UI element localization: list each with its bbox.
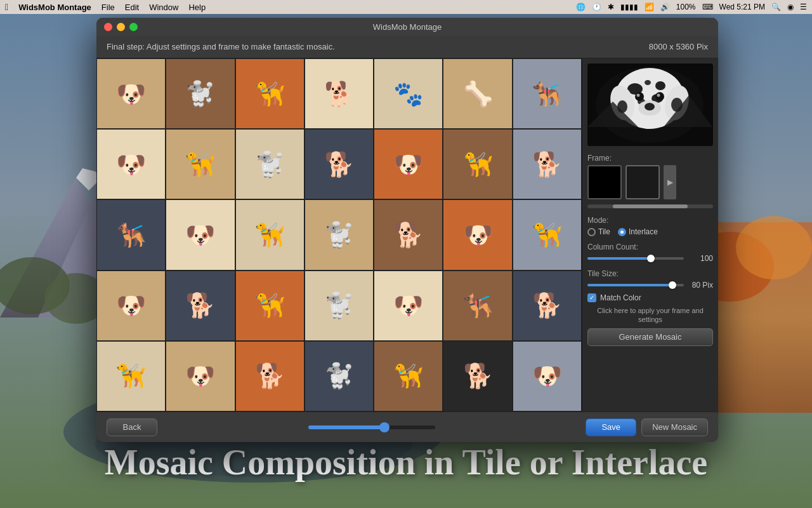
battery-percent: 100% xyxy=(676,3,696,11)
dalmatian-preview-svg xyxy=(587,64,712,146)
frame-scrollbar-track[interactable] xyxy=(587,204,713,208)
mosaic-cell: 🦮 xyxy=(166,129,235,199)
battery-icon: ▮▮▮▮ xyxy=(620,3,638,11)
mode-radio-group: Tile Interlace xyxy=(587,227,713,236)
mosaic-cell: 🐕 xyxy=(513,129,582,199)
close-button[interactable] xyxy=(104,23,112,31)
app-window: WidsMob Montage Final step: Adjust setti… xyxy=(96,18,718,442)
frame-swatches: ▶ xyxy=(587,165,713,199)
progress-track xyxy=(308,425,435,429)
mosaic-cell: 🐕 xyxy=(235,341,304,411)
keyboard-icon: ⌨ xyxy=(702,3,713,11)
progress-indicator xyxy=(379,422,390,432)
frame-swatch-black[interactable] xyxy=(587,165,622,199)
column-count-section: Column Count: 100 xyxy=(587,240,713,263)
column-count-track[interactable] xyxy=(587,257,684,260)
menu-help[interactable]: Help xyxy=(188,3,206,12)
frame-swatch-more[interactable]: ▶ xyxy=(664,165,676,199)
svg-point-27 xyxy=(655,92,664,101)
svg-point-26 xyxy=(635,92,644,101)
preview-image xyxy=(587,64,713,146)
mosaic-cell: 🐕‍🦺 xyxy=(513,58,582,129)
menubar-left:  WidsMob Montage File Edit Window Help xyxy=(5,2,206,12)
tile-size-section: Tile Size: 80 Pix xyxy=(587,267,713,290)
mosaic-cell: 🦴 xyxy=(443,58,512,129)
size-label: 8000 x 5360 Pix xyxy=(649,42,708,51)
svg-point-18 xyxy=(655,81,665,90)
new-mosaic-button[interactable]: New Mosaic xyxy=(641,418,708,436)
column-count-row: 100 xyxy=(587,254,713,263)
desktop-tagline: Mosaic Composition in Tile or Interlace xyxy=(0,442,812,483)
siri-icon[interactable]: ◉ xyxy=(787,3,794,11)
mosaic-cell: 🐩 xyxy=(304,341,374,411)
menubar:  WidsMob Montage File Edit Window Help … xyxy=(0,0,812,14)
mosaic-cell: 🐶 xyxy=(374,271,443,341)
apple-logo[interactable]:  xyxy=(5,2,8,12)
mosaic-grid: 🐶 🐩 🦮 🐕 🐾 🦴 🐕‍🦺 🐶 🦮 🐩 🐕 🐶 🦮 🐕 🐕‍🦺 🐶 🦮 🐩 … xyxy=(96,58,582,411)
svg-point-32 xyxy=(645,103,655,110)
mode-tile-radio[interactable] xyxy=(587,228,596,236)
mosaic-cell: 🐩 xyxy=(304,199,374,270)
tile-size-label: Tile Size: xyxy=(587,269,713,278)
mosaic-cell: 🐩 xyxy=(304,271,374,341)
tile-size-row: 80 Pix xyxy=(587,281,713,290)
mosaic-cell: 🐕 xyxy=(166,271,235,341)
match-color-checkbox[interactable] xyxy=(587,293,596,302)
volume-icon: 🔊 xyxy=(660,3,670,11)
main-content: 🐶 🐩 🦮 🐕 🐾 🦴 🐕‍🦺 🐶 🦮 🐩 🐕 🐶 🦮 🐕 🐕‍🦺 🐶 🦮 🐩 … xyxy=(96,58,718,411)
svg-point-29 xyxy=(657,94,660,97)
mosaic-cell: 🦮 xyxy=(96,341,166,411)
column-count-value: 100 xyxy=(688,254,713,263)
traffic-lights xyxy=(104,23,138,31)
search-icon[interactable]: 🔍 xyxy=(771,3,781,11)
mode-interlace-label: Interlace xyxy=(629,227,658,236)
menu-edit[interactable]: Edit xyxy=(125,3,139,12)
mosaic-cell: 🦮 xyxy=(443,129,512,199)
mosaic-cell: 🦮 xyxy=(235,271,304,341)
mosaic-cell: 🐶 xyxy=(96,129,166,199)
datetime: Wed 5:21 PM xyxy=(719,3,765,11)
maximize-button[interactable] xyxy=(129,23,138,31)
mode-section: Mode: Tile Interlace xyxy=(587,213,713,236)
generate-mosaic-button[interactable]: Generate Mosaic xyxy=(587,328,713,346)
menu-app-name[interactable]: WidsMob Montage xyxy=(18,3,91,12)
menu-file[interactable]: File xyxy=(102,3,115,12)
mode-tile-label: Tile xyxy=(598,227,610,236)
mosaic-cell: 🐶 xyxy=(166,199,235,270)
mosaic-cell: 🐕 xyxy=(443,341,512,411)
tile-size-track[interactable] xyxy=(587,284,684,286)
mosaic-cell: 🐕 xyxy=(304,58,374,129)
svg-point-21 xyxy=(645,80,651,85)
mode-tile-option[interactable]: Tile xyxy=(587,227,610,236)
svg-point-9 xyxy=(736,216,812,279)
mosaic-cell: 🦮 xyxy=(374,341,443,411)
right-panel: Frame: ▶ Mode: Tile xyxy=(582,58,718,411)
mosaic-cell: 🐶 xyxy=(374,129,443,199)
globe-icon: 🌐 xyxy=(576,3,586,11)
frame-label: Frame: xyxy=(587,154,713,163)
mosaic-cell: 🐩 xyxy=(235,129,304,199)
progress-fill xyxy=(308,425,384,429)
time-machine-icon: 🕐 xyxy=(592,3,601,11)
mosaic-cell: 🐩 xyxy=(166,58,235,129)
mode-interlace-radio[interactable] xyxy=(618,228,626,236)
frame-swatch-dark[interactable] xyxy=(625,165,660,199)
mosaic-cell: 🦮 xyxy=(513,199,582,270)
mosaic-cell: 🐕‍🦺 xyxy=(443,271,512,341)
menu-window[interactable]: Window xyxy=(149,3,178,12)
column-count-thumb[interactable] xyxy=(647,255,655,262)
mosaic-cell: 🐾 xyxy=(374,58,443,129)
back-button[interactable]: Back xyxy=(107,418,157,436)
column-count-label: Column Count: xyxy=(587,243,713,251)
bluetooth-icon: ✱ xyxy=(608,3,614,11)
progress-container xyxy=(157,425,586,429)
wifi-icon: 📶 xyxy=(645,3,654,11)
menu-extras-icon[interactable]: ☰ xyxy=(800,3,807,11)
mosaic-cell: 🐕‍🦺 xyxy=(96,199,166,270)
mosaic-cell: 🐶 xyxy=(96,271,166,341)
minimize-button[interactable] xyxy=(117,23,125,31)
mode-interlace-option[interactable]: Interlace xyxy=(618,227,658,236)
tile-size-thumb[interactable] xyxy=(669,281,676,289)
save-button[interactable]: Save xyxy=(586,418,636,436)
menubar-right: 🌐 🕐 ✱ ▮▮▮▮ 📶 🔊 100% ⌨ Wed 5:21 PM 🔍 ◉ ☰ xyxy=(576,3,807,11)
